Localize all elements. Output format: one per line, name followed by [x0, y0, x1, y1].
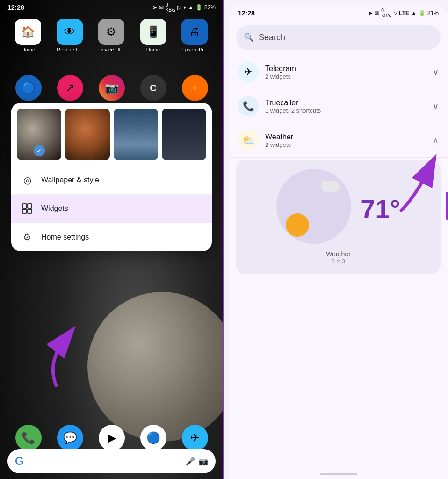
app-share[interactable]: ↗ [57, 75, 83, 101]
google-bar-icons: 🎤 📷 [186, 457, 208, 466]
search-bar[interactable]: 🔍 Search [236, 25, 441, 50]
wallpaper-mars[interactable] [65, 109, 109, 160]
telegram-count: 2 widgets [265, 73, 426, 80]
menu-wallpaper[interactable]: ◎ Wallpaper & style [11, 166, 212, 194]
home-icon: 🏠 [15, 19, 41, 45]
home-label: Home [22, 47, 35, 52]
nav-icon: ➤ [152, 4, 157, 11]
dock: 📞 💬 ▶ 🔵 ✈ [7, 425, 216, 451]
right-panel: 12:28 ➤ ✉ 0KB/s ▷ LTE ▲ 🔋 81% 🔍 Search ✈ [224, 0, 448, 479]
dock-telegram[interactable]: ✈ [182, 425, 208, 451]
status-bar-right: 12:28 ➤ ✉ 0KB/s ▷ LTE ▲ 🔋 81% [229, 5, 448, 22]
wallpaper-waterfall[interactable] [114, 109, 158, 160]
nav-icon-r: ➤ [368, 10, 373, 16]
play-icon-r: ▷ [393, 10, 397, 16]
google-search-bar[interactable]: G 🎤 📷 [7, 449, 216, 473]
google-logo-g: G [15, 455, 24, 468]
wallpaper-row: ✓ [11, 103, 212, 166]
telegram-info: Telegram 2 widgets [265, 65, 426, 80]
battery-percent-r: 81% [427, 10, 439, 16]
wallpaper-dark[interactable] [162, 109, 206, 160]
truecaller-icon: 📞 [243, 101, 254, 112]
bottom-handle [320, 473, 357, 475]
time-right: 12:28 [238, 9, 255, 17]
wifi-icon: ▾ [183, 4, 186, 11]
share-icon: ↗ [57, 75, 83, 101]
telegram-app-icon: ✈ [238, 62, 259, 82]
data-icon-r: 0KB/s [381, 8, 391, 18]
battery-icon-r: 🔋 [419, 10, 426, 16]
truecaller-name: Truecaller [265, 99, 426, 107]
left-panel: 12:28 ➤ ✉ 0KB/s ▷ ▾ ▲ 🔋 82% 🏠 Home 👁 Res… [0, 0, 224, 479]
weather-icon: ⛅ [242, 134, 255, 146]
status-icons-left: ➤ ✉ 0KB/s ▷ ▾ ▲ 🔋 82% [152, 2, 216, 13]
app-misc[interactable]: 🔸 [182, 75, 208, 101]
home2-label: Home [146, 47, 160, 52]
app-edge[interactable]: 🔵 [15, 75, 42, 101]
widget-truecaller[interactable]: 📞 Truecaller 1 widget, 2 shortcuts ∨ [229, 89, 448, 123]
widgets-icon [21, 202, 34, 215]
clipclip-icon: C [140, 75, 166, 101]
arrow-annotation-left [28, 315, 94, 390]
rescue-label: Rescue L... [57, 47, 83, 52]
status-bar-left: 12:28 ➤ ✉ 0KB/s ▷ ▾ ▲ 🔋 82% [0, 0, 223, 15]
edge-icon: 🔵 [15, 75, 42, 101]
weather-app-icon: ⛅ [238, 130, 259, 151]
signal-icon-r: ▲ [411, 10, 417, 16]
side-accent [446, 192, 448, 220]
wallpaper-icon: ◎ [21, 174, 34, 187]
lte-label: LTE [399, 10, 409, 16]
dock-phone[interactable]: 📞 [15, 425, 42, 451]
telegram-icon: ✈ [244, 66, 253, 78]
menu-widgets[interactable]: Widgets [11, 194, 212, 223]
app-home[interactable]: 🏠 Home [15, 19, 41, 52]
truecaller-count: 1 widget, 2 shortcuts [265, 107, 426, 114]
epson-icon: 🖨 [181, 19, 208, 45]
search-placeholder: Search [259, 33, 285, 43]
app-device[interactable]: ⚙ Device Ut... [98, 19, 125, 52]
status-icons-right: ➤ ✉ 0KB/s ▷ LTE ▲ 🔋 81% [368, 8, 439, 18]
mic-icon[interactable]: 🎤 [186, 457, 195, 466]
app-row-1: 🏠 Home 👁 Rescue L... ⚙ Device Ut... 📱 Ho… [0, 19, 223, 52]
svg-rect-0 [22, 204, 27, 208]
home-settings-label: Home settings [41, 233, 89, 241]
weather-widget-label: Weather [326, 250, 351, 258]
widget-telegram[interactable]: ✈ Telegram 2 widgets ∨ [229, 55, 448, 89]
svg-rect-3 [28, 209, 32, 213]
cloud-icon [321, 181, 340, 192]
app-clipclip[interactable]: C [140, 75, 166, 101]
device-label: Device Ut... [98, 47, 125, 52]
truecaller-chevron[interactable]: ∨ [433, 101, 439, 111]
dock-playstore[interactable]: ▶ [99, 425, 125, 451]
time-left: 12:28 [7, 4, 24, 11]
dock-chrome[interactable]: 🔵 [140, 425, 166, 451]
right-phone-frame: 12:28 ➤ ✉ 0KB/s ▷ LTE ▲ 🔋 81% 🔍 Search ✈ [229, 5, 448, 479]
app-instagram[interactable]: 📷 [99, 75, 125, 101]
svg-rect-1 [28, 204, 32, 208]
truecaller-info: Truecaller 1 widget, 2 shortcuts [265, 99, 426, 114]
weather-widget-size: 3 × 3 [332, 258, 345, 265]
misc-icon: 🔸 [182, 75, 208, 101]
truecaller-app-icon: 📞 [238, 96, 259, 116]
telegram-chevron[interactable]: ∨ [433, 67, 439, 77]
wallpaper-label: Wallpaper & style [41, 176, 99, 184]
widgets-label: Widgets [41, 204, 68, 213]
weather-circle [276, 169, 351, 244]
lens-icon[interactable]: 📷 [199, 457, 208, 466]
epson-label: Epson iPr... [181, 47, 208, 52]
wallpaper-moon[interactable]: ✓ [17, 109, 61, 160]
weather-name: Weather [265, 133, 426, 141]
arrow-annotation-right [387, 140, 443, 215]
mail-icon: ✉ [159, 4, 164, 11]
app-epson[interactable]: 🖨 Epson iPr... [181, 19, 208, 52]
search-icon: 🔍 [244, 32, 254, 43]
dock-messages[interactable]: 💬 [57, 425, 83, 451]
device-icon: ⚙ [98, 19, 124, 45]
menu-home-settings[interactable]: ⚙ Home settings [11, 223, 212, 251]
home2-icon: 📱 [140, 19, 166, 45]
app-rescue[interactable]: 👁 Rescue L... [57, 19, 83, 52]
context-menu: ✓ ◎ Wallpaper & style Widgets ⚙ [11, 103, 212, 251]
home-settings-icon: ⚙ [21, 231, 34, 244]
battery-icon: 🔋 [195, 4, 202, 11]
app-home2[interactable]: 📱 Home [140, 19, 166, 52]
